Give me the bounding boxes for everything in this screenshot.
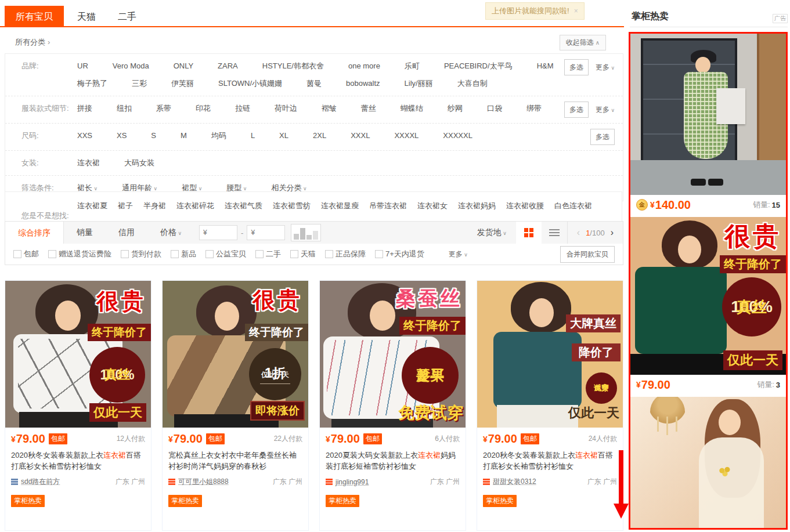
size-option[interactable]: XXXXL bbox=[394, 129, 419, 143]
brand-option[interactable]: 伊芙丽 bbox=[171, 77, 194, 91]
filter-checkbox[interactable]: 天猫 bbox=[290, 249, 316, 259]
filter-checkbox[interactable]: 二手 bbox=[255, 249, 281, 259]
ship-from-dropdown[interactable]: 发货地 bbox=[477, 227, 507, 238]
brand-option[interactable]: 三彩 bbox=[132, 77, 147, 91]
brand-option[interactable]: ZARA bbox=[218, 59, 238, 73]
more-button[interactable]: 更多 bbox=[596, 103, 615, 117]
tab-all-items[interactable]: 所有宝贝 bbox=[5, 6, 64, 27]
product-image[interactable]: 很贵 终于降价了 100%真丝 仅此一天 bbox=[5, 281, 151, 428]
product-image[interactable]: 很贵 终于降价了 100%真丝 仅此一天 bbox=[630, 217, 786, 375]
size-option[interactable]: 均码 bbox=[211, 129, 226, 143]
product-image[interactable]: 大牌真丝 降价了 免费试穿 仅此一天 bbox=[477, 281, 623, 428]
suggestion-link[interactable]: 吊带连衣裙 bbox=[369, 199, 407, 213]
size-option[interactable]: XXS bbox=[77, 129, 92, 143]
breadcrumb[interactable]: 所有分类› bbox=[15, 37, 50, 48]
seller-name[interactable]: sdd路在前方 bbox=[21, 477, 60, 487]
women-option[interactable]: 大码女装 bbox=[124, 156, 154, 170]
size-option[interactable]: XXXXXL bbox=[443, 129, 472, 143]
filter-checkbox[interactable]: 新品 bbox=[171, 249, 196, 259]
product-title[interactable]: 2020秋冬女装春装新款上衣连衣裙百搭打底衫女长袖雪纺衬衫恤女 bbox=[11, 450, 145, 472]
brand-option[interactable]: 乐町 bbox=[405, 59, 420, 73]
filter-checkbox[interactable]: 公益宝贝 bbox=[205, 249, 246, 259]
suggestion-link[interactable]: 裙子 bbox=[118, 199, 133, 213]
suggestion-link[interactable]: 半身裙 bbox=[143, 199, 166, 213]
brand-option[interactable]: Lily/丽丽 bbox=[405, 77, 433, 91]
more-button[interactable]: 更多 bbox=[596, 60, 615, 75]
style-detail-option[interactable]: 蝴蝶结 bbox=[401, 102, 423, 115]
product-title[interactable]: 2020秋冬女装春装新款上衣连衣裙百搭打底衫女长袖雪纺衬衫恤女 bbox=[483, 450, 617, 472]
seller-name[interactable]: jingling991 bbox=[336, 478, 369, 486]
size-option[interactable]: S bbox=[151, 129, 156, 143]
size-option[interactable]: L bbox=[251, 129, 255, 143]
style-detail-option[interactable]: 纽扣 bbox=[117, 102, 132, 115]
product-title[interactable]: 宽松真丝上衣女衬衣中老年桑蚕丝长袖衬衫时尚洋气妈妈穿的春秋衫 bbox=[168, 450, 302, 472]
size-option[interactable]: M bbox=[181, 129, 187, 143]
style-detail-option[interactable]: 蕾丝 bbox=[361, 102, 376, 115]
next-page-icon[interactable]: › bbox=[611, 227, 614, 238]
merge-same-items-button[interactable]: 合并同款宝贝 bbox=[560, 246, 615, 263]
suggestion-link[interactable]: 连衣裙气质 bbox=[225, 199, 262, 213]
brand-option[interactable]: Vero Moda bbox=[113, 59, 149, 73]
brand-option[interactable]: SLTOWN/小镇姗姗 bbox=[218, 77, 282, 91]
suggestion-link[interactable]: 连衣裙女 bbox=[417, 199, 448, 213]
filter-checkbox[interactable]: 货到付款 bbox=[121, 249, 161, 259]
multi-select-button[interactable]: 多选 bbox=[564, 59, 589, 75]
more-filters-button[interactable]: 更多 bbox=[449, 249, 468, 259]
size-option[interactable]: XS bbox=[117, 129, 127, 143]
prev-page-icon[interactable]: ‹ bbox=[577, 227, 580, 238]
tab-tmall[interactable]: 天猫 bbox=[71, 6, 102, 27]
sort-credit[interactable]: 信用 bbox=[106, 227, 147, 238]
filter-checkbox[interactable]: 7+天内退货 bbox=[375, 249, 424, 259]
filter-checkbox[interactable]: 正品保障 bbox=[325, 249, 366, 259]
brand-option[interactable]: PEACEBIRD/太平鸟 bbox=[444, 59, 513, 73]
grid-view-button[interactable] bbox=[516, 222, 542, 244]
women-option[interactable]: 连衣裙 bbox=[77, 156, 100, 170]
seller-name[interactable]: 可可里小姐8888 bbox=[178, 477, 229, 487]
collapse-filter-button[interactable]: 收起筛选∧ bbox=[560, 35, 606, 50]
sidebar-product-card[interactable] bbox=[630, 397, 786, 530]
suggestion-link[interactable]: 连衣裙收腰 bbox=[506, 199, 544, 213]
price-min-input[interactable] bbox=[199, 225, 237, 240]
sort-price-dropdown[interactable]: 价格 bbox=[147, 227, 194, 238]
brand-option[interactable]: bobowaltz bbox=[346, 77, 380, 91]
style-detail-option[interactable]: 荷叶边 bbox=[275, 102, 297, 115]
brand-option[interactable]: ONLY bbox=[174, 59, 193, 73]
sidebar-product-card[interactable]: 金 ¥140.00 销量: 15 bbox=[630, 34, 786, 217]
suggestion-link[interactable]: 白色连衣裙 bbox=[554, 199, 592, 213]
brand-option[interactable]: 大喜自制 bbox=[457, 77, 488, 91]
list-view-button[interactable] bbox=[542, 222, 568, 244]
product-image[interactable]: 很贵 终于降价了 1折仅此一天 即将涨价 bbox=[163, 281, 308, 428]
brand-option[interactable]: one more bbox=[348, 59, 380, 73]
product-image[interactable] bbox=[630, 34, 786, 195]
suggestion-link[interactable]: 连衣裙显瘦 bbox=[321, 199, 359, 213]
product-title[interactable]: 2020夏装大码女装新款上衣连衣裙妈妈装打底衫短袖雪纺衬衫恤女 bbox=[326, 450, 460, 472]
price-histogram-icon[interactable] bbox=[291, 224, 321, 241]
product-image[interactable] bbox=[630, 397, 786, 530]
brand-option[interactable]: H&M bbox=[537, 59, 554, 73]
suggestion-link[interactable]: 连衣裙雪纺 bbox=[273, 199, 311, 213]
brand-option[interactable]: 茵曼 bbox=[306, 77, 322, 91]
style-detail-option[interactable]: 口袋 bbox=[487, 102, 502, 115]
sidebar-product-card[interactable]: 很贵 终于降价了 100%真丝 仅此一天 ¥79.00 销量: 3 bbox=[630, 217, 786, 397]
sort-sales[interactable]: 销量 bbox=[64, 227, 106, 238]
filter-checkbox[interactable]: 包邮 bbox=[13, 249, 39, 259]
multi-select-button[interactable]: 多选 bbox=[564, 102, 589, 118]
size-option[interactable]: 2XL bbox=[313, 129, 326, 143]
close-icon[interactable]: × bbox=[574, 7, 578, 15]
brand-option[interactable]: UR bbox=[77, 59, 88, 73]
style-detail-option[interactable]: 纱网 bbox=[448, 102, 463, 115]
product-image[interactable]: 桑蚕丝 终于降价了 要买趁早 免费试穿 bbox=[320, 281, 466, 428]
size-option[interactable]: XL bbox=[279, 129, 288, 143]
style-detail-option[interactable]: 印花 bbox=[196, 102, 211, 115]
size-option[interactable]: XXXL bbox=[351, 129, 370, 143]
brand-option[interactable]: 梅子熟了 bbox=[77, 77, 107, 91]
price-max-input[interactable] bbox=[247, 225, 285, 240]
multi-select-button[interactable]: 多选 bbox=[590, 129, 615, 145]
suggestion-link[interactable]: 连衣裙碎花 bbox=[176, 199, 214, 213]
suggestion-link[interactable]: 连衣裙妈妈 bbox=[458, 199, 496, 213]
style-detail-option[interactable]: 系带 bbox=[156, 102, 171, 115]
brand-option[interactable]: HSTYLE/韩都衣舍 bbox=[262, 59, 324, 73]
seller-name[interactable]: 甜甜女装0312 bbox=[493, 477, 536, 487]
sort-comprehensive[interactable]: 综合排序 bbox=[5, 222, 64, 244]
style-detail-option[interactable]: 拼接 bbox=[77, 102, 92, 115]
